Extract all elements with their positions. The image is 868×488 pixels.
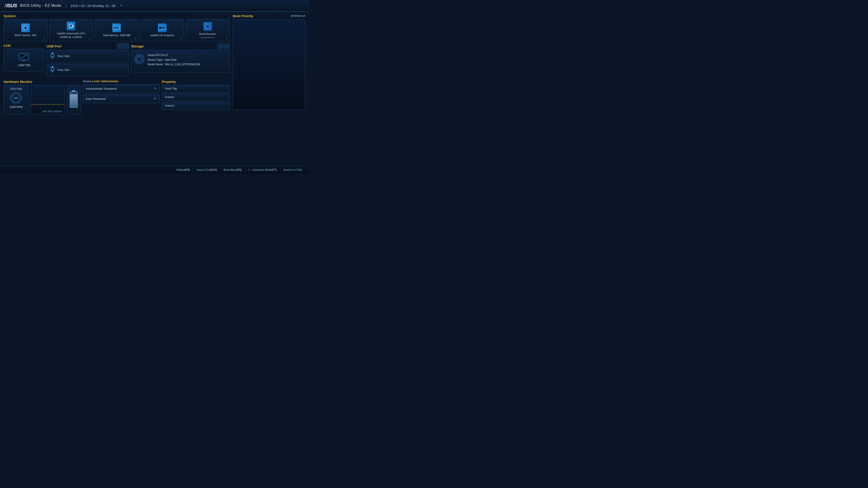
storage-section: Storage ‹ › xyxy=(131,43,230,77)
svg-rect-30 xyxy=(117,29,118,30)
footer-save-shortcut: (F10) xyxy=(211,168,217,171)
svg-point-62 xyxy=(139,59,140,60)
svg-rect-40 xyxy=(164,30,164,30)
usb-port-2: Port: N/A xyxy=(46,64,129,76)
footer-faq[interactable]: Search on FAQ xyxy=(280,168,305,171)
gpu-card[interactable]: Intel(R) HD Graphics ↙ xyxy=(141,19,184,41)
boot-priority-header: Boot Priority ⇄ Switch all xyxy=(233,14,305,18)
boot-priority-section: Boot Priority ⇄ Switch all xyxy=(233,14,305,110)
footer-default-shortcut: (F9) xyxy=(185,168,190,171)
svg-rect-31 xyxy=(118,29,119,30)
footer-advanced-mode[interactable]: I→ Advanced Mode(F7) xyxy=(245,168,280,171)
svg-point-63 xyxy=(140,58,141,59)
edit-datetime-icon[interactable]: ✎ xyxy=(120,4,123,7)
svg-rect-34 xyxy=(162,27,165,28)
switch-all-btn[interactable]: ⇄ Switch all xyxy=(291,14,305,18)
storage-next-btn[interactable]: › xyxy=(224,43,230,48)
svg-rect-38 xyxy=(162,30,162,30)
cpu-card-arrow: ↙ xyxy=(89,37,91,40)
storage-type: Device Type: Hard Disk xyxy=(148,58,200,62)
middle-row: LCD xyxy=(4,43,230,77)
serial-icon xyxy=(204,22,212,31)
asus-logo: /ISUS xyxy=(4,3,17,8)
ram-icon xyxy=(112,24,121,32)
svg-rect-24 xyxy=(116,27,117,29)
user-pw-edit-icon[interactable]: ✎ xyxy=(154,97,157,101)
battery-shape xyxy=(70,92,78,108)
svg-rect-28 xyxy=(116,29,116,30)
hw-monitor-section: Hardware Monitor CPU FAN xyxy=(4,80,81,114)
cpu-icon: CPU xyxy=(67,22,75,30)
lcd-box: 1366*768 xyxy=(4,49,44,71)
bios-icon xyxy=(21,24,30,32)
svg-rect-12 xyxy=(68,25,69,26)
footer-default-label: Default xyxy=(176,168,185,171)
storage-port: Serial ATA Port 0 xyxy=(148,53,200,57)
system-section: System xyxy=(4,14,230,41)
svg-rect-39 xyxy=(163,30,163,30)
system-label: System xyxy=(4,14,230,18)
svg-rect-2 xyxy=(23,27,24,27)
admin-pw-edit-icon[interactable]: ✎ xyxy=(154,87,157,90)
footer-faq-label: Search on FAQ xyxy=(283,168,302,171)
usb-next-btn[interactable]: › xyxy=(123,43,129,48)
cpu-card-text: Intel(R) Celeron(R) CPU N3350 @ 1.10GHz xyxy=(57,32,85,39)
svg-point-43 xyxy=(206,26,207,27)
svg-rect-1 xyxy=(24,27,27,29)
svg-point-66 xyxy=(16,98,17,98)
svg-rect-3 xyxy=(23,28,24,28)
footer-save-exit[interactable]: Save & Exit(F10) xyxy=(193,168,220,171)
serial-card[interactable]: Serial Number: ●●●●●●●● ↙ xyxy=(186,19,230,41)
svg-rect-50 xyxy=(23,60,25,61)
header-title: BIOS Utility - EZ Mode xyxy=(20,3,61,8)
usb-port-2-text: Port: N/A xyxy=(58,68,70,72)
svg-rect-37 xyxy=(160,30,161,30)
svg-text:CPU: CPU xyxy=(70,25,74,27)
lcd-icon xyxy=(19,53,29,62)
storage-prev-btn[interactable]: ‹ xyxy=(218,43,223,48)
battery-indicator xyxy=(67,85,81,114)
memory-card-text: Total Memory: 4096 MB xyxy=(103,33,130,37)
fan-icon xyxy=(10,92,22,104)
user-password-row[interactable]: User Password ✎ xyxy=(83,94,160,103)
footer: Default(F9) Save & Exit(F10) Boot Menu(F… xyxy=(0,166,309,173)
asset-tag-field: Asset Tag: xyxy=(162,85,230,92)
bios-card-text: BIOS Version: 309 xyxy=(15,33,36,37)
system-cards: BIOS Version: 309 ↙ xyxy=(4,19,230,41)
svg-rect-13 xyxy=(68,26,69,26)
temperature-graph: CPU 35°C 919mV xyxy=(31,85,65,114)
svg-point-59 xyxy=(52,72,53,72)
memory-card-arrow: ↙ xyxy=(134,37,137,40)
svg-rect-9 xyxy=(26,30,26,30)
footer-default[interactable]: Default(F9) xyxy=(173,168,193,171)
access-section: Access Level: Administrator Administrato… xyxy=(83,80,160,105)
memory-card[interactable]: Total Memory: 4096 MB ↙ xyxy=(95,19,138,41)
footer-boot-label: Boot Menu xyxy=(223,168,237,171)
boot-order-list xyxy=(233,20,305,110)
svg-rect-25 xyxy=(118,27,119,29)
serial-value: ●●●●●●●● xyxy=(200,36,215,39)
svg-rect-4 xyxy=(27,27,28,27)
usb-section: USB Port ‹ › xyxy=(46,43,129,77)
svg-rect-18 xyxy=(70,28,70,29)
fan-box: CPU FAN xyxy=(4,85,29,114)
header-datetime: 2018 / 02 / 26 Monday 23 : 08 xyxy=(70,4,116,8)
user-pw-label: User Password xyxy=(86,97,105,101)
usb-icon-1 xyxy=(50,53,55,60)
usb-prev-btn[interactable]: ‹ xyxy=(117,43,123,48)
svg-rect-7 xyxy=(26,26,26,26)
lcd-section: LCD xyxy=(4,43,44,77)
cpu-card[interactable]: CPU Intel(R) Celeron(R) CPU N3350 @ 1.10… xyxy=(49,19,93,41)
svg-point-44 xyxy=(209,26,210,27)
admin-password-row[interactable]: Administrator Password ✎ xyxy=(83,84,160,93)
property-section: Property Asset Tag: Colum1: Colum2: xyxy=(162,80,230,111)
svg-rect-58 xyxy=(52,68,53,70)
storage-model: Model Name: Micron_1100_MTFDDAK256 xyxy=(148,62,200,67)
right-panel: Boot Priority ⇄ Switch all xyxy=(233,14,305,166)
bios-card[interactable]: BIOS Version: 309 ↙ xyxy=(4,19,48,41)
svg-rect-26 xyxy=(114,29,114,30)
footer-boot-menu[interactable]: Boot Menu(F8) xyxy=(220,168,245,171)
svg-rect-5 xyxy=(27,28,28,28)
svg-rect-36 xyxy=(159,30,160,30)
footer-advanced-shortcut: (F7) xyxy=(272,168,277,171)
